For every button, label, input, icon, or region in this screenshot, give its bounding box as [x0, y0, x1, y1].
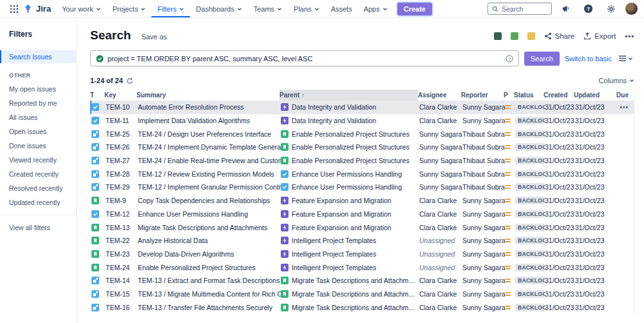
table-row[interactable]: TEM-22Analyze Historical DataIntelligent…: [90, 234, 634, 248]
issue-parent[interactable]: Enable Personalized Project Structures: [281, 127, 419, 141]
nav-item-your-work[interactable]: Your work: [56, 0, 107, 17]
issue-parent[interactable]: Intelligent Project Templates: [281, 260, 419, 274]
search-button[interactable]: Search: [524, 52, 560, 66]
issue-key[interactable]: TEM-12: [106, 208, 138, 221]
issue-key[interactable]: TEM-23: [106, 248, 138, 261]
global-search-box[interactable]: [488, 3, 552, 15]
sidebar-item-done-issues[interactable]: Done issues: [0, 139, 76, 153]
column-header-summary[interactable]: Summary: [137, 90, 279, 101]
table-row[interactable]: TEM-16TEM-13 / Transfer File Attachments…: [90, 300, 634, 314]
table-row[interactable]: TEM-13Migrate Task Descriptions and Atta…: [90, 220, 634, 234]
issue-key[interactable]: TEM-13: [106, 220, 138, 234]
issue-key[interactable]: TEM-9: [106, 194, 138, 208]
user-avatar[interactable]: [625, 3, 638, 15]
column-header-key[interactable]: Key: [104, 90, 137, 101]
more-actions-button[interactable]: •••: [625, 32, 634, 40]
sidebar-item-open-issues[interactable]: Open issues: [0, 124, 76, 139]
table-row[interactable]: TEM-28TEM-12 / Review Existing Permissio…: [90, 167, 634, 181]
global-search-input[interactable]: [502, 5, 547, 13]
sidebar-item-created-recently[interactable]: Created recently: [0, 167, 76, 181]
column-header-t[interactable]: T: [90, 90, 104, 101]
issue-summary[interactable]: Develop Data-Driven Algorithms: [138, 248, 281, 261]
issue-key[interactable]: TEM-11: [106, 114, 138, 128]
issue-key[interactable]: TEM-22: [106, 234, 138, 248]
jql-query-input[interactable]: project = TEM ORDER BY parent ASC, summa…: [90, 50, 519, 66]
issue-key[interactable]: TEM-24: [106, 260, 138, 274]
sidebar-item-reported-by-me[interactable]: Reported by me: [0, 96, 76, 110]
table-row[interactable]: TEM-12Enhance User Permissions HandlingF…: [90, 208, 634, 221]
issue-parent[interactable]: Feature Expansion and Migration: [281, 208, 419, 221]
issue-summary[interactable]: Migrate Task Descriptions and Attachment…: [138, 220, 281, 234]
column-header-parent[interactable]: Parent ↑: [279, 90, 418, 101]
issue-key[interactable]: TEM-14: [106, 274, 138, 288]
issue-parent[interactable]: Enhance User Permissions Handling: [281, 167, 419, 181]
issue-parent[interactable]: Enable Personalized Project Structures: [281, 141, 419, 154]
issue-key[interactable]: TEM-29: [106, 181, 138, 194]
issue-key[interactable]: TEM-27: [106, 154, 138, 168]
column-header-due[interactable]: Due: [606, 90, 634, 101]
table-row[interactable]: TEM-25TEM-24 / Design User Preferences I…: [90, 127, 634, 141]
issue-parent[interactable]: Enhance User Permissions Handling: [281, 181, 419, 194]
issue-parent[interactable]: Data Integrity and Validation: [281, 101, 419, 114]
addon-icon-3[interactable]: [527, 32, 535, 40]
nav-item-teams[interactable]: Teams: [248, 0, 288, 17]
save-as-button[interactable]: Save as: [141, 33, 167, 41]
app-switcher-icon[interactable]: [6, 0, 22, 17]
issue-summary[interactable]: Enable Personalized Project Structures: [138, 260, 281, 274]
addon-icon-2[interactable]: [511, 32, 518, 40]
issue-key[interactable]: TEM-16: [106, 300, 138, 314]
nav-item-assets[interactable]: Assets: [325, 0, 358, 17]
columns-dropdown[interactable]: Columns: [599, 77, 634, 84]
column-header-reporter[interactable]: Reporter: [461, 90, 504, 101]
issue-summary[interactable]: TEM-13 / Migrate Multimedia Content for …: [138, 288, 281, 301]
issue-parent[interactable]: Migrate Task Descriptions and Attachment…: [281, 300, 419, 314]
settings-gear-icon[interactable]: [603, 5, 620, 14]
refresh-icon[interactable]: [126, 77, 133, 84]
nav-item-dashboards[interactable]: Dashboards: [190, 0, 247, 17]
table-row[interactable]: TEM-11Implement Data Validation Algorith…: [90, 114, 634, 128]
jql-help-icon[interactable]: ?: [506, 55, 513, 63]
nav-item-projects[interactable]: Projects: [107, 0, 152, 17]
issue-summary[interactable]: TEM-24 / Implement Dynamic Template Gene…: [138, 141, 281, 154]
table-row[interactable]: TEM-29TEM-12 / Implement Granular Permis…: [90, 181, 634, 194]
sidebar-item-viewed-recently[interactable]: Viewed recently: [0, 153, 76, 167]
table-row[interactable]: TEM-27TEM-24 / Enable Real-time Preview …: [90, 154, 634, 168]
issue-key[interactable]: TEM-15: [106, 288, 138, 301]
issue-parent[interactable]: Intelligent Project Templates: [281, 234, 419, 248]
issue-parent[interactable]: Data Integrity and Validation: [281, 114, 419, 128]
column-header-p[interactable]: P: [504, 90, 514, 101]
issue-summary[interactable]: TEM-24 / Design User Preferences Interfa…: [138, 127, 281, 141]
sidebar-item-updated-recently[interactable]: Updated recently: [0, 195, 76, 210]
issue-summary[interactable]: Analyze Historical Data: [138, 234, 281, 248]
column-header-created[interactable]: Created: [544, 90, 574, 101]
table-row[interactable]: TEM-24Enable Personalized Project Struct…: [90, 260, 634, 274]
create-button[interactable]: Create: [397, 3, 432, 15]
issue-parent[interactable]: Enable Personalized Project Structures: [281, 154, 419, 168]
announcements-icon[interactable]: [558, 5, 574, 13]
column-header-updated[interactable]: Updated: [574, 90, 606, 101]
issue-summary[interactable]: Implement Data Validation Algorithms: [138, 114, 281, 128]
issue-parent[interactable]: Migrate Task Descriptions and Attachment…: [281, 288, 419, 301]
table-row[interactable]: TEM-14TEM-13 / Extract and Format Task D…: [90, 274, 634, 288]
issue-summary[interactable]: Copy Task Dependencies and Relationships: [138, 194, 281, 208]
sidebar-item-my-open-issues[interactable]: My open issues: [0, 82, 76, 96]
table-row[interactable]: TEM-26TEM-24 / Implement Dynamic Templat…: [90, 141, 634, 154]
issue-parent[interactable]: Feature Expansion and Migration: [281, 220, 419, 234]
issue-summary[interactable]: TEM-24 / Enable Real-time Preview and Cu…: [138, 154, 281, 168]
help-icon[interactable]: ?: [580, 4, 597, 14]
export-button[interactable]: Export: [583, 32, 616, 40]
issue-key[interactable]: TEM-28: [106, 167, 138, 181]
sidebar-item-resolved-recently[interactable]: Resolved recently: [0, 181, 76, 195]
sidebar-item-all-issues[interactable]: All issues: [0, 110, 76, 124]
column-header-status[interactable]: Status: [514, 90, 544, 101]
issue-parent[interactable]: Migrate Task Descriptions and Attachment…: [281, 274, 419, 288]
table-row[interactable]: TEM-9Copy Task Dependencies and Relation…: [90, 194, 634, 208]
issue-summary[interactable]: TEM-12 / Review Existing Permission Mode…: [138, 167, 281, 181]
issue-key[interactable]: TEM-25: [106, 127, 138, 141]
issue-summary[interactable]: TEM-13 / Transfer File Attachments Secur…: [138, 300, 281, 314]
issue-key[interactable]: TEM-10: [106, 101, 138, 114]
sidebar-item-view-all-filters[interactable]: View all filters: [0, 220, 76, 235]
view-options-button[interactable]: [617, 55, 634, 62]
nav-item-plans[interactable]: Plans: [288, 0, 325, 17]
row-more-actions-button[interactable]: •••: [620, 104, 629, 111]
